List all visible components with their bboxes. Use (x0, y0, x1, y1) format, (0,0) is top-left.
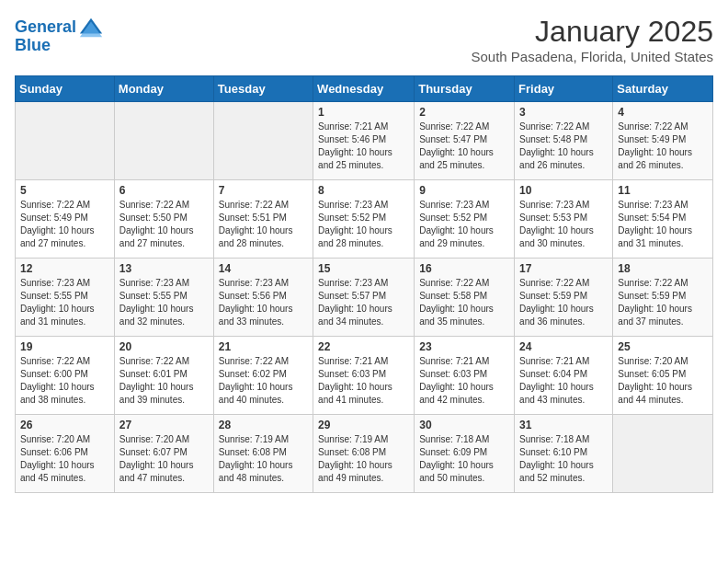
day-number: 7 (219, 184, 308, 197)
day-info: Sunrise: 7:22 AM Sunset: 5:48 PM Dayligh… (519, 121, 608, 172)
calendar-cell (213, 102, 313, 180)
day-number: 29 (318, 419, 409, 431)
day-number: 2 (419, 106, 509, 119)
day-info: Sunrise: 7:21 AM Sunset: 6:03 PM Dayligh… (318, 355, 409, 407)
calendar-cell: 20Sunrise: 7:22 AM Sunset: 6:01 PM Dayli… (114, 337, 213, 415)
day-number: 16 (419, 262, 509, 275)
day-info: Sunrise: 7:22 AM Sunset: 5:58 PM Dayligh… (419, 277, 509, 328)
calendar-cell: 21Sunrise: 7:22 AM Sunset: 6:02 PM Dayli… (213, 337, 313, 415)
calendar-cell (613, 415, 713, 493)
day-info: Sunrise: 7:21 AM Sunset: 5:46 PM Dayligh… (318, 121, 409, 172)
logo-text-blue: Blue (15, 37, 51, 55)
header-wednesday: Wednesday (313, 76, 415, 102)
calendar-cell: 7Sunrise: 7:22 AM Sunset: 5:51 PM Daylig… (213, 180, 313, 259)
calendar-cell: 11Sunrise: 7:23 AM Sunset: 5:54 PM Dayli… (613, 180, 713, 259)
day-info: Sunrise: 7:19 AM Sunset: 6:08 PM Dayligh… (219, 433, 308, 485)
day-info: Sunrise: 7:22 AM Sunset: 6:00 PM Dayligh… (20, 355, 109, 407)
calendar-cell: 2Sunrise: 7:22 AM Sunset: 5:47 PM Daylig… (415, 102, 515, 180)
day-number: 13 (119, 262, 209, 275)
calendar-week-row: 12Sunrise: 7:23 AM Sunset: 5:55 PM Dayli… (16, 259, 713, 337)
day-info: Sunrise: 7:22 AM Sunset: 5:50 PM Dayligh… (119, 199, 209, 250)
calendar-cell: 9Sunrise: 7:23 AM Sunset: 5:52 PM Daylig… (415, 180, 515, 259)
day-info: Sunrise: 7:21 AM Sunset: 6:04 PM Dayligh… (519, 355, 608, 407)
calendar-cell: 17Sunrise: 7:22 AM Sunset: 5:59 PM Dayli… (515, 259, 613, 337)
day-number: 23 (419, 340, 509, 353)
day-number: 3 (519, 106, 608, 119)
header-thursday: Thursday (415, 76, 515, 102)
calendar-cell: 29Sunrise: 7:19 AM Sunset: 6:08 PM Dayli… (313, 415, 415, 493)
header-monday: Monday (114, 76, 213, 102)
calendar-cell (16, 102, 115, 180)
day-number: 17 (519, 262, 608, 275)
day-info: Sunrise: 7:23 AM Sunset: 5:56 PM Dayligh… (219, 277, 308, 328)
logo-text: General (15, 18, 76, 37)
calendar-cell: 27Sunrise: 7:20 AM Sunset: 6:07 PM Dayli… (114, 415, 213, 493)
header-tuesday: Tuesday (213, 76, 313, 102)
day-info: Sunrise: 7:22 AM Sunset: 5:49 PM Dayligh… (618, 121, 708, 172)
day-info: Sunrise: 7:22 AM Sunset: 5:59 PM Dayligh… (519, 277, 608, 328)
day-number: 9 (419, 184, 509, 197)
day-number: 10 (519, 184, 608, 197)
calendar-cell: 13Sunrise: 7:23 AM Sunset: 5:55 PM Dayli… (114, 259, 213, 337)
calendar-title: January 2025 (472, 15, 714, 49)
day-info: Sunrise: 7:22 AM Sunset: 5:47 PM Dayligh… (419, 121, 509, 172)
logo: General Blue (15, 15, 104, 55)
calendar-cell: 14Sunrise: 7:23 AM Sunset: 5:56 PM Dayli… (213, 259, 313, 337)
day-number: 1 (318, 106, 409, 119)
calendar-cell: 4Sunrise: 7:22 AM Sunset: 5:49 PM Daylig… (613, 102, 713, 180)
calendar-cell: 25Sunrise: 7:20 AM Sunset: 6:05 PM Dayli… (613, 337, 713, 415)
day-info: Sunrise: 7:22 AM Sunset: 6:01 PM Dayligh… (119, 355, 209, 407)
calendar-cell (114, 102, 213, 180)
day-info: Sunrise: 7:23 AM Sunset: 5:55 PM Dayligh… (119, 277, 209, 328)
calendar-cell: 18Sunrise: 7:22 AM Sunset: 5:59 PM Dayli… (613, 259, 713, 337)
day-number: 14 (219, 262, 308, 275)
calendar-cell: 10Sunrise: 7:23 AM Sunset: 5:53 PM Dayli… (515, 180, 613, 259)
day-info: Sunrise: 7:20 AM Sunset: 6:05 PM Dayligh… (618, 355, 708, 407)
day-number: 26 (20, 419, 109, 431)
day-info: Sunrise: 7:22 AM Sunset: 5:51 PM Dayligh… (219, 199, 308, 250)
calendar-cell: 24Sunrise: 7:21 AM Sunset: 6:04 PM Dayli… (515, 337, 613, 415)
day-info: Sunrise: 7:18 AM Sunset: 6:10 PM Dayligh… (519, 433, 608, 485)
page-header: General Blue January 2025 South Pasadena… (15, 15, 713, 64)
logo-icon (78, 15, 104, 40)
calendar-cell: 8Sunrise: 7:23 AM Sunset: 5:52 PM Daylig… (313, 180, 415, 259)
day-number: 5 (20, 184, 109, 197)
day-number: 31 (519, 419, 608, 431)
day-number: 30 (419, 419, 509, 431)
calendar-cell: 5Sunrise: 7:22 AM Sunset: 5:49 PM Daylig… (16, 180, 115, 259)
calendar-cell: 3Sunrise: 7:22 AM Sunset: 5:48 PM Daylig… (515, 102, 613, 180)
calendar-cell: 19Sunrise: 7:22 AM Sunset: 6:00 PM Dayli… (16, 337, 115, 415)
day-info: Sunrise: 7:22 AM Sunset: 5:59 PM Dayligh… (618, 277, 708, 328)
day-info: Sunrise: 7:23 AM Sunset: 5:54 PM Dayligh… (618, 199, 708, 250)
day-info: Sunrise: 7:23 AM Sunset: 5:57 PM Dayligh… (318, 277, 409, 328)
day-number: 21 (219, 340, 308, 353)
calendar-table: SundayMondayTuesdayWednesdayThursdayFrid… (15, 75, 713, 493)
header-sunday: Sunday (16, 76, 115, 102)
calendar-week-row: 19Sunrise: 7:22 AM Sunset: 6:00 PM Dayli… (16, 337, 713, 415)
day-info: Sunrise: 7:23 AM Sunset: 5:52 PM Dayligh… (318, 199, 409, 250)
calendar-cell: 12Sunrise: 7:23 AM Sunset: 5:55 PM Dayli… (16, 259, 115, 337)
day-info: Sunrise: 7:23 AM Sunset: 5:52 PM Dayligh… (419, 199, 509, 250)
day-info: Sunrise: 7:18 AM Sunset: 6:09 PM Dayligh… (419, 433, 509, 485)
day-info: Sunrise: 7:23 AM Sunset: 5:53 PM Dayligh… (519, 199, 608, 250)
day-info: Sunrise: 7:22 AM Sunset: 6:02 PM Dayligh… (219, 355, 308, 407)
calendar-cell: 26Sunrise: 7:20 AM Sunset: 6:06 PM Dayli… (16, 415, 115, 493)
calendar-subtitle: South Pasadena, Florida, United States (472, 49, 714, 64)
header-friday: Friday (515, 76, 613, 102)
day-number: 6 (119, 184, 209, 197)
calendar-cell: 22Sunrise: 7:21 AM Sunset: 6:03 PM Dayli… (313, 337, 415, 415)
day-info: Sunrise: 7:20 AM Sunset: 6:06 PM Dayligh… (20, 433, 109, 485)
day-number: 25 (618, 340, 708, 353)
day-number: 27 (119, 419, 209, 431)
day-info: Sunrise: 7:23 AM Sunset: 5:55 PM Dayligh… (20, 277, 109, 328)
calendar-cell: 6Sunrise: 7:22 AM Sunset: 5:50 PM Daylig… (114, 180, 213, 259)
day-info: Sunrise: 7:22 AM Sunset: 5:49 PM Dayligh… (20, 199, 109, 250)
day-number: 4 (618, 106, 708, 119)
calendar-cell: 16Sunrise: 7:22 AM Sunset: 5:58 PM Dayli… (415, 259, 515, 337)
day-number: 28 (219, 419, 308, 431)
day-info: Sunrise: 7:19 AM Sunset: 6:08 PM Dayligh… (318, 433, 409, 485)
calendar-cell: 30Sunrise: 7:18 AM Sunset: 6:09 PM Dayli… (415, 415, 515, 493)
day-number: 24 (519, 340, 608, 353)
calendar-cell: 1Sunrise: 7:21 AM Sunset: 5:46 PM Daylig… (313, 102, 415, 180)
calendar-cell: 28Sunrise: 7:19 AM Sunset: 6:08 PM Dayli… (213, 415, 313, 493)
